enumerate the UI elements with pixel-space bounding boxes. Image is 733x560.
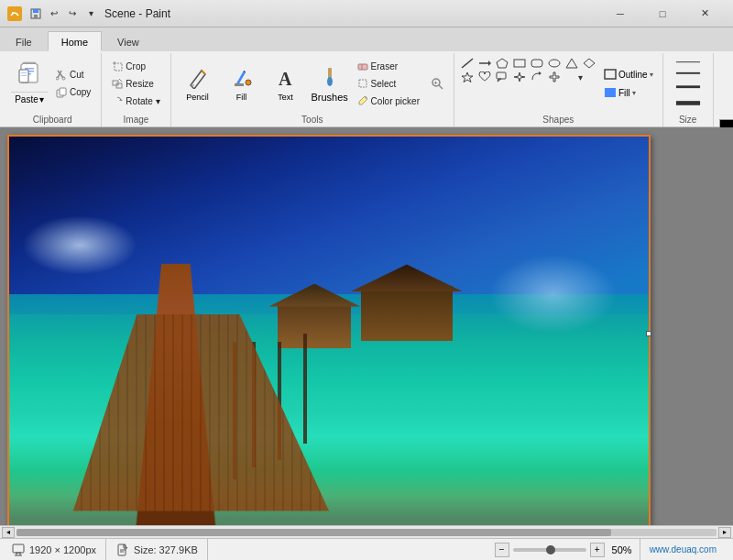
brushes-button[interactable]: Brushes [309, 55, 351, 112]
zoom-out-btn[interactable]: − [495, 543, 509, 557]
shape-rounded-rect[interactable] [530, 57, 544, 70]
resize-label: Resize [126, 79, 154, 89]
zoom-slider[interactable] [513, 548, 586, 552]
pencil-label: Pencil [186, 93, 209, 102]
fill-dropdown[interactable]: Fill ▾ [600, 84, 657, 101]
eraser-button[interactable]: Eraser [353, 58, 424, 74]
tab-home[interactable]: Home [48, 31, 102, 51]
eraser-label: Eraser [371, 61, 398, 71]
svg-rect-33 [358, 64, 367, 70]
maximize-button[interactable]: □ [641, 0, 684, 27]
magnifier-button[interactable]: + [426, 75, 448, 92]
svg-marker-48 [584, 59, 595, 68]
canvas-image[interactable] [9, 137, 649, 525]
cut-label: Cut [70, 70, 84, 80]
svg-rect-45 [531, 60, 542, 67]
svg-point-1 [12, 12, 14, 14]
svg-marker-47 [566, 59, 577, 68]
size-selector[interactable] [669, 55, 707, 112]
cut-button[interactable]: Cut [51, 67, 95, 83]
shapes-scroll-down[interactable]: ▾ [564, 71, 597, 83]
file-size: Size: 327.9KB [134, 544, 198, 555]
shapes-grid: ▾ [460, 55, 598, 112]
shape-diagonal-line[interactable] [460, 57, 475, 70]
svg-rect-68 [13, 544, 24, 553]
svg-point-36 [365, 97, 366, 99]
website-label: www.deuaq.com [650, 544, 717, 555]
fill-tool-label: Fill [236, 93, 247, 102]
outline-fill-group: Outline ▾ Fill ▾ [600, 55, 657, 112]
horizontal-scrollbar[interactable]: ◂ ▸ [0, 525, 733, 538]
resize-handle-mr[interactable] [646, 331, 651, 336]
crop-button[interactable]: Crop [107, 58, 164, 74]
shape-arrow[interactable] [477, 57, 492, 70]
zoom-thumb[interactable] [546, 545, 555, 555]
shape-heart[interactable] [477, 71, 492, 83]
fill-shapes-label: Fill [618, 88, 630, 98]
paste-button[interactable]: Paste ▾ [9, 55, 49, 107]
shape-diamond[interactable] [582, 57, 596, 70]
svg-marker-53 [539, 71, 542, 75]
zoom-level: 50% [612, 544, 632, 555]
small-tools: Eraser Select Color picker [353, 55, 424, 112]
hut-left [278, 302, 351, 348]
undo-quick-btn[interactable]: ↩ [46, 5, 62, 22]
svg-rect-21 [115, 63, 122, 71]
save-quick-btn[interactable] [27, 5, 44, 22]
resize-button[interactable]: Resize [107, 75, 164, 92]
paste-icon [11, 56, 48, 93]
magnifier-group: + [426, 55, 448, 112]
ribbon-content: Paste ▾ Cut [0, 51, 733, 126]
shape-callout[interactable] [495, 71, 509, 83]
pencil-button[interactable]: Pencil [177, 55, 219, 112]
hut-right [361, 286, 453, 341]
rotate-label: Rotate ▾ [126, 96, 159, 106]
shape-ellipse[interactable] [547, 57, 562, 70]
svg-rect-3 [33, 9, 38, 13]
minimize-button[interactable]: ─ [599, 0, 641, 27]
copy-button[interactable]: Copy [51, 84, 95, 101]
dropdown-quick-btn[interactable]: ▾ [82, 5, 99, 22]
color-picker-label: Color picker [371, 96, 420, 106]
text-button[interactable]: A Text [265, 55, 307, 112]
svg-rect-35 [359, 80, 366, 87]
zoom-in-btn[interactable]: + [590, 543, 605, 557]
scroll-right-btn[interactable]: ▸ [718, 527, 731, 538]
svg-text:+: + [433, 80, 437, 86]
shape-curved-arrow[interactable] [530, 71, 544, 83]
svg-marker-49 [462, 72, 473, 82]
color-picker-button[interactable]: Color picker [353, 93, 424, 109]
canvas-area[interactable] [0, 127, 733, 525]
size-group: Size [663, 53, 714, 126]
svg-marker-27 [119, 99, 123, 101]
title-bar: ↩ ↪ ▾ Scene - Paint ─ □ ✕ [0, 0, 733, 27]
ribbon: File Home View [0, 27, 733, 127]
svg-point-18 [62, 77, 65, 80]
svg-point-17 [56, 77, 59, 80]
svg-rect-28 [235, 83, 244, 86]
tab-file[interactable]: File [2, 31, 46, 51]
fill-button[interactable]: Fill [221, 55, 263, 112]
scroll-left-btn[interactable]: ◂ [2, 527, 15, 538]
select-button[interactable]: Select [353, 75, 424, 92]
shape-triangle[interactable] [564, 57, 579, 70]
size-label: Size [679, 115, 696, 126]
tab-view[interactable]: View [104, 31, 153, 51]
close-button[interactable]: ✕ [684, 0, 726, 27]
shape-star[interactable] [460, 71, 475, 83]
svg-line-38 [439, 85, 443, 89]
window-controls: ─ □ ✕ [599, 0, 726, 27]
shape-4point-star[interactable] [512, 71, 527, 83]
outline-dropdown[interactable]: Outline ▾ [600, 66, 657, 82]
scrollbar-thumb-h[interactable] [16, 529, 611, 536]
redo-quick-btn[interactable]: ↪ [64, 5, 81, 22]
shape-rectangle[interactable] [512, 57, 527, 70]
shape-pentagon[interactable] [495, 57, 509, 70]
svg-point-29 [246, 80, 251, 85]
colors-group: Color 1 Color 2 [714, 53, 733, 126]
rotate-button[interactable]: Rotate ▾ [107, 93, 164, 109]
shape-plus[interactable] [547, 71, 562, 83]
scrollbar-track-h[interactable] [16, 529, 717, 536]
clipboard-label: Clipboard [33, 115, 72, 126]
svg-rect-54 [605, 70, 616, 79]
